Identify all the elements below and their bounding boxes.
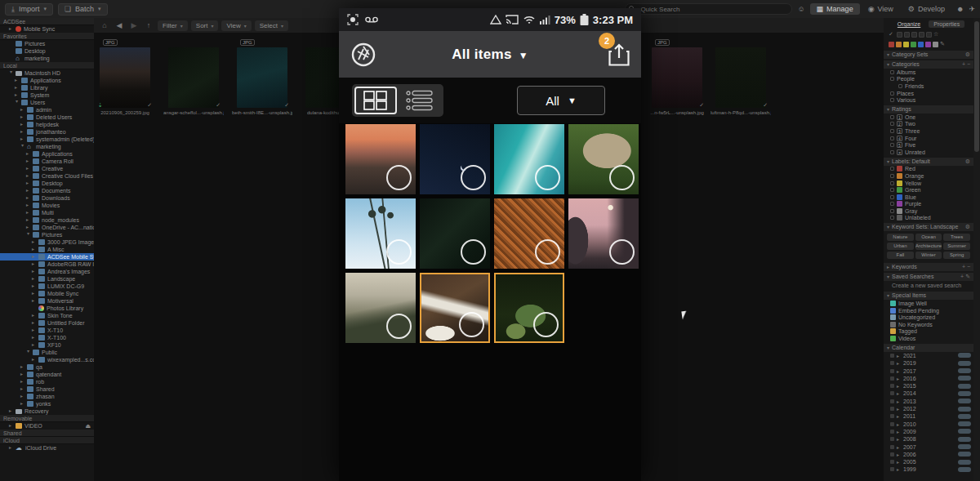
sidebar-item-landscape[interactable]: ▸Landscape — [0, 275, 94, 283]
calendar-year-2017[interactable]: ▸2017 — [884, 367, 973, 374]
color-swatch-green[interactable] — [911, 42, 916, 47]
disclosure-icon[interactable]: ▸ — [32, 261, 36, 268]
sidebar-item-wixexampled-s-com-creative[interactable]: ▸wixexampled...s.com Creative — [0, 356, 94, 363]
checkbox[interactable] — [898, 84, 902, 88]
sidebar-item-users[interactable]: ▸Users — [0, 99, 94, 106]
sidebar-item-video[interactable]: ▸VIDEO⏏ — [0, 422, 94, 430]
checkbox[interactable] — [890, 202, 894, 206]
sidebar-item-lumix-dc-g9[interactable]: ▸LUMIX DC-G9 — [0, 283, 94, 290]
sidebar-item-rob[interactable]: ▸rob — [0, 378, 94, 385]
category-item-albums[interactable]: Albums — [884, 69, 973, 76]
special-item-uncategorized[interactable]: Uncategorized — [884, 314, 973, 321]
disclosure-icon[interactable]: ▸ — [897, 466, 901, 472]
sidebar-item-downloads[interactable]: ▸Downloads — [0, 194, 94, 202]
checkbox[interactable] — [890, 209, 894, 213]
checkbox[interactable] — [890, 129, 894, 133]
keyword-button-fall[interactable]: Fall — [887, 252, 914, 259]
label-item-blue[interactable]: Blue — [884, 194, 973, 201]
keyword-button-urban[interactable]: Urban — [887, 243, 914, 250]
selection-ring[interactable] — [386, 165, 412, 190]
disclosure-icon[interactable]: ▸ — [897, 413, 901, 419]
color-swatch-blue[interactable] — [918, 42, 924, 47]
disclosure-icon[interactable]: ▸ — [20, 371, 24, 378]
sidebar-item-applications[interactable]: ▸Applications — [0, 77, 94, 84]
sidebar-item-admin[interactable]: ▸admin — [0, 106, 94, 114]
checkbox[interactable] — [890, 216, 894, 220]
disclosure-icon[interactable]: ▸ — [7, 71, 15, 75]
sidebar-item-shared[interactable]: ▸Shared — [0, 385, 94, 393]
disclosure-icon[interactable]: ▸ — [20, 385, 24, 393]
sidebar-item-x-t10[interactable]: ▸X-T10 — [0, 327, 94, 334]
disclosure-icon[interactable]: ▸ — [32, 238, 36, 246]
checkbox[interactable] — [890, 150, 894, 154]
sidebar-item-icloud-drive[interactable]: ▸☁iCloud Drive — [0, 444, 94, 452]
photo-forest-clearing[interactable] — [494, 273, 564, 343]
checkbox[interactable] — [890, 188, 894, 192]
disclosure-icon[interactable]: ▸ — [9, 422, 13, 430]
disclosure-icon[interactable]: ▸ — [897, 390, 901, 396]
calendar-year-1999[interactable]: ▸1999 — [884, 465, 973, 473]
calendar-year-2014[interactable]: ▸2014 — [884, 390, 973, 397]
special-item-no-keywords[interactable]: No Keywords — [884, 321, 973, 328]
disclosure-icon[interactable]: ▸ — [897, 436, 901, 442]
sidebar-item-motiversal[interactable]: ▸Motiversal — [0, 297, 94, 305]
section-category-sets[interactable]: ▾ Category Sets ⚙ — [884, 51, 973, 59]
disclosure-icon[interactable]: ▸ — [26, 209, 30, 216]
section-saved-searches[interactable]: ▾ Saved Searches + ✎ — [884, 273, 973, 281]
disclosure-icon[interactable]: ▸ — [897, 452, 901, 457]
scrollbar-vertical[interactable] — [973, 18, 980, 481]
sidebar-item-marketing[interactable]: ▸⌂marketing — [0, 143, 94, 150]
disclosure-icon[interactable]: ▸ — [20, 106, 24, 114]
file-thumbnail[interactable]: ✓luftman-h-P8qd...-unsplash.jpg — [712, 39, 769, 115]
disclosure-icon[interactable]: ▸ — [32, 356, 36, 363]
special-item-videos[interactable]: Videos — [884, 335, 973, 342]
disclosure-icon[interactable]: ▸ — [32, 297, 36, 305]
disclosure-icon[interactable]: ▸ — [20, 128, 24, 136]
section-keywords[interactable]: ▸ Keywords + − — [884, 263, 973, 271]
keyword-button-architecture[interactable]: Architecture — [915, 243, 942, 250]
disclosure-icon[interactable]: ▸ — [19, 145, 26, 149]
calendar-year-2015[interactable]: ▸2015 — [884, 382, 973, 390]
disclosure-icon[interactable]: ▸ — [20, 400, 24, 408]
disclosure-icon[interactable]: ▸ — [15, 84, 19, 91]
menu-sort[interactable]: Sort▾ — [191, 20, 219, 31]
rating-item-two[interactable]: 2Two — [884, 121, 973, 128]
disclosure-icon[interactable]: ▸ — [897, 399, 901, 404]
disclosure-icon[interactable]: ▸ — [26, 202, 30, 209]
back-icon[interactable]: ◀ — [114, 21, 125, 29]
disclosure-icon[interactable]: ▸ — [32, 312, 36, 319]
disclosure-icon[interactable]: ▸ — [32, 319, 36, 327]
rating-item-unrated[interactable]: ✕Unrated — [884, 149, 973, 156]
calendar-year-2009[interactable]: ▸2009 — [884, 428, 973, 435]
photo-autumn-forest-aerial[interactable] — [494, 198, 564, 269]
disclosure-icon[interactable]: ▸ — [897, 444, 901, 450]
keyword-button-summer[interactable]: Summer — [943, 243, 970, 250]
sidebar-item-pictures[interactable]: ▸Pictures — [0, 231, 94, 238]
disclosure-icon[interactable]: ▸ — [20, 121, 24, 128]
disclosure-icon[interactable]: ▸ — [26, 158, 30, 165]
share-upload-button[interactable]: 2 — [608, 43, 630, 66]
calendar-year-2021[interactable]: ▸2021 — [884, 352, 973, 359]
plus-icon[interactable]: + − — [962, 263, 970, 271]
sidebar-item-desktop[interactable]: ▸Desktop — [0, 180, 94, 187]
plus-icon[interactable]: + − — [962, 60, 970, 69]
keyword-button-nature[interactable]: Nature — [887, 234, 914, 241]
color-swatch-gray[interactable] — [933, 42, 938, 47]
photo-canyon-river-falls[interactable] — [420, 273, 490, 343]
rating-widget-row[interactable]: ✓ ☆ — [884, 29, 973, 39]
checkbox[interactable] — [890, 167, 894, 171]
calendar-year-2006[interactable]: ▸2006 — [884, 451, 973, 458]
sidebar-item-onedrive-ac-national-inc[interactable]: ▸OneDrive - AC...national Inc — [0, 224, 94, 231]
account-icon[interactable]: ☺ — [797, 5, 804, 13]
checkbox[interactable] — [890, 174, 894, 178]
plus-icon[interactable]: + ✎ — [960, 273, 970, 281]
file-thumbnail[interactable]: JPG✓beth-smith-I8E...-unsplash.jpg — [234, 39, 291, 124]
sidebar-item-camera-roll[interactable]: ▸Camera Roll — [0, 158, 94, 165]
sidebar-item-deleted-users[interactable]: ▸Deleted Users — [0, 114, 94, 121]
disclosure-icon[interactable]: ▸ — [897, 459, 901, 465]
pencil-icon[interactable]: ✎ — [940, 41, 945, 47]
sidebar-item-acdsee-mobile-sync[interactable]: ▸ACDSee Mobile Sync — [0, 253, 94, 261]
photo-sunset-mountain-ridge[interactable] — [345, 124, 416, 194]
disclosure-icon[interactable]: ▸ — [26, 180, 30, 187]
sidebar-item-untitled-folder[interactable]: ▸Untitled Folder — [0, 319, 94, 327]
